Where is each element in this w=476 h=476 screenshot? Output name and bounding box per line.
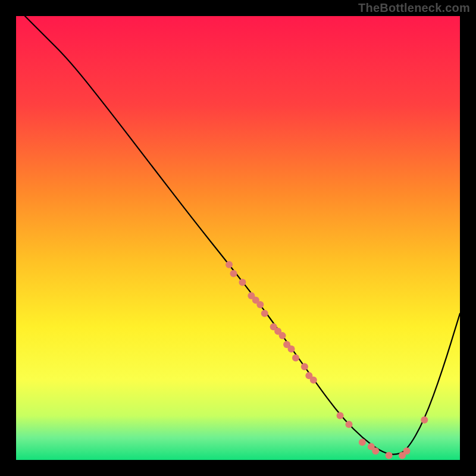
- data-point: [279, 332, 286, 339]
- data-point: [359, 439, 366, 446]
- chart-svg: [0, 0, 476, 476]
- data-point: [230, 270, 237, 277]
- data-point: [337, 412, 344, 419]
- data-point: [261, 310, 268, 317]
- data-point: [372, 447, 379, 455]
- data-point: [403, 447, 410, 455]
- data-point: [292, 354, 299, 361]
- data-point: [421, 416, 428, 424]
- plot-background: [16, 16, 460, 460]
- data-point: [226, 261, 233, 268]
- data-point: [239, 279, 246, 286]
- data-point: [288, 346, 295, 353]
- data-point: [301, 363, 308, 370]
- data-point: [310, 377, 317, 384]
- chart-container: TheBottleneck.com: [0, 0, 476, 476]
- data-point: [256, 301, 264, 308]
- watermark-text: TheBottleneck.com: [358, 1, 470, 15]
- data-point: [346, 421, 353, 428]
- data-point: [386, 452, 393, 459]
